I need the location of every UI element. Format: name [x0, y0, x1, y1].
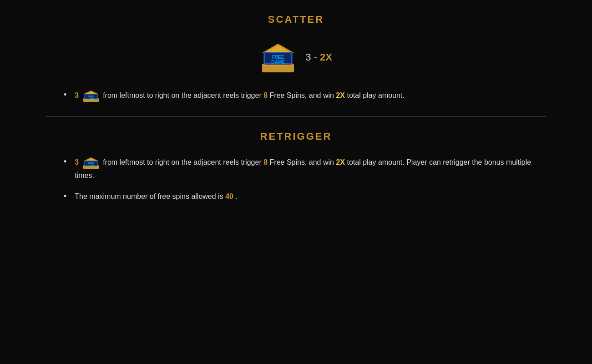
svg-point-11 — [262, 64, 265, 66]
page-container: SCATTER — [0, 0, 592, 364]
svg-text:GAME: GAME — [87, 97, 95, 100]
scatter-count: 3 — [75, 91, 79, 99]
svg-text:GAME: GAME — [87, 164, 95, 167]
scatter-title: SCATTER — [46, 14, 546, 25]
scatter-multiplier-value: 2X — [320, 51, 332, 63]
scatter-multiplier-text: 3 - 2X — [305, 51, 332, 63]
retrigger-desc-before: from leftmost to right on the adjacent r… — [103, 158, 262, 166]
retrigger-max-desc-after: . — [235, 192, 237, 200]
scatter-spins-count: 8 — [263, 91, 268, 99]
free-game-large-icon: FREE GAME — [260, 39, 296, 76]
scatter-win-multiplier: 2X — [336, 91, 345, 99]
scatter-desc-after: total play amount. — [347, 91, 404, 99]
section-divider — [46, 116, 546, 117]
retrigger-section: RETRIGGER • 3 — [46, 131, 546, 202]
retrigger-desc-middle: Free Spins, and win — [270, 158, 334, 166]
bullet-dot-r1: • — [64, 156, 66, 167]
retrigger-max-spins: 40 — [225, 192, 233, 200]
scatter-section: SCATTER — [46, 14, 546, 103]
free-game-small-icon-1: FREE GAME — [83, 89, 99, 103]
free-game-small-icon-2: FREE GAME — [83, 156, 99, 170]
retrigger-max-desc-before: The maximum number of free spins allowed… — [75, 192, 223, 200]
scatter-bullet-1: • 3 — [64, 89, 546, 103]
retrigger-spins-count: 8 — [263, 158, 268, 166]
scatter-desc-middle: Free Spins, and win — [270, 91, 334, 99]
svg-text:GAME: GAME — [271, 60, 285, 65]
scatter-desc-before: from leftmost to right on the adjacent r… — [103, 91, 262, 99]
retrigger-bullet-list: • 3 — [64, 156, 546, 202]
retrigger-win-multiplier: 2X — [336, 158, 345, 166]
retrigger-bullet-2-content: The maximum number of free spins allowed… — [75, 191, 238, 202]
svg-text:FREE: FREE — [272, 55, 284, 60]
scatter-bullet-list: • 3 — [64, 89, 546, 103]
scatter-multiplier-prefix: 3 - — [305, 51, 317, 63]
retrigger-title: RETRIGGER — [46, 131, 546, 142]
retrigger-bullet-1: • 3 — [64, 156, 546, 182]
bullet-dot-r2: • — [64, 191, 66, 202]
retrigger-bullet-2: • The maximum number of free spins allow… — [64, 191, 546, 202]
scatter-symbol-row: FREE GAME 3 - 2X — [46, 39, 546, 76]
bullet-dot-1: • — [64, 89, 66, 101]
retrigger-bullet-1-content: 3 FREE — [75, 156, 546, 182]
retrigger-count: 3 — [75, 158, 79, 166]
svg-point-12 — [291, 64, 294, 66]
scatter-bullet-1-content: 3 FREE — [75, 89, 404, 103]
